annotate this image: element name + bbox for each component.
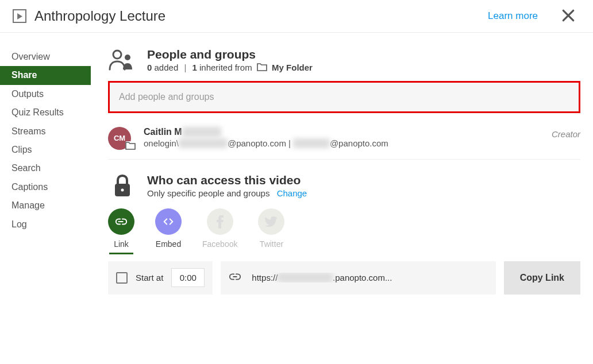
share-tab-label: Twitter xyxy=(260,239,283,249)
video-play-icon xyxy=(13,9,26,23)
add-people-highlight: Add people and groups xyxy=(108,81,580,113)
svg-point-0 xyxy=(113,51,121,59)
avatar-initials: CM xyxy=(114,134,125,142)
user-role: Creator xyxy=(552,127,580,139)
sidebar-item-log[interactable]: Log xyxy=(0,215,91,234)
share-url-box: https://█████████.panopto.com... xyxy=(221,261,495,295)
share-tab-facebook[interactable]: Facebook xyxy=(202,208,237,249)
lock-icon xyxy=(108,173,137,198)
sidebar-item-manage[interactable]: Manage xyxy=(0,196,91,215)
share-tab-label: Link xyxy=(114,239,129,249)
sidebar: Overview Share Outputs Quiz Results Stre… xyxy=(0,33,91,317)
user-info: Caitlin M██████ onelogin\████████@panopt… xyxy=(144,127,388,148)
inherited-label: inherited from xyxy=(197,63,252,72)
sidebar-item-share[interactable]: Share xyxy=(0,66,91,84)
start-at-time-input[interactable]: 0:00 xyxy=(171,268,205,287)
main-content: People and groups 0 added | 1 inherited … xyxy=(91,33,593,317)
page-title: Anthropology Lecture xyxy=(34,8,165,24)
sidebar-item-streams[interactable]: Streams xyxy=(0,122,91,141)
link-chain-icon xyxy=(229,270,241,285)
access-section-subtitle: Only specific people and groups Change xyxy=(147,188,307,198)
share-tab-label: Facebook xyxy=(202,239,237,249)
sidebar-item-outputs[interactable]: Outputs xyxy=(0,85,91,103)
start-at-box: Start at 0:00 xyxy=(108,261,213,295)
separator: | xyxy=(184,63,186,72)
user-name-redacted: ██████ xyxy=(182,127,221,137)
svg-point-3 xyxy=(121,188,124,191)
twitter-icon xyxy=(258,208,284,235)
link-icon xyxy=(108,208,134,235)
inherited-folder-name[interactable]: My Folder xyxy=(272,63,313,72)
user-row: CM Caitlin M██████ onelogin\████████@pan… xyxy=(108,125,580,160)
start-at-label: Start at xyxy=(136,273,163,282)
sidebar-item-captions[interactable]: Captions xyxy=(0,178,91,196)
share-tab-twitter[interactable]: Twitter xyxy=(258,208,284,249)
link-row: Start at 0:00 https://█████████.panopto.… xyxy=(108,261,580,295)
close-button[interactable] xyxy=(561,8,577,24)
people-section-subtitle: 0 added | 1 inherited from My Folder xyxy=(147,63,313,73)
avatar: CM xyxy=(108,127,131,150)
share-tab-embed[interactable]: Embed xyxy=(155,208,182,249)
sidebar-item-clips[interactable]: Clips xyxy=(0,141,91,159)
people-icon xyxy=(108,48,137,71)
access-section-header: Who can access this video Only specific … xyxy=(108,173,580,198)
inherited-folder-badge-icon xyxy=(125,141,136,152)
access-section-title: Who can access this video xyxy=(147,173,307,187)
sidebar-item-search[interactable]: Search xyxy=(0,159,91,177)
added-label: added xyxy=(152,63,178,72)
inherited-count: 1 xyxy=(192,63,197,72)
add-people-input[interactable]: Add people and groups xyxy=(110,83,579,111)
share-url-text[interactable]: https://█████████.panopto.com... xyxy=(252,273,392,282)
share-tab-label: Embed xyxy=(156,239,181,249)
embed-icon xyxy=(155,208,182,235)
user-name: Caitlin M xyxy=(144,127,182,137)
svg-point-1 xyxy=(125,55,130,60)
learn-more-link[interactable]: Learn more xyxy=(488,10,538,22)
dialog-header: Anthropology Lecture Learn more xyxy=(0,0,593,33)
start-at-checkbox[interactable] xyxy=(116,272,128,284)
user-details: onelogin\████████@panopto.com | ██████@p… xyxy=(144,138,388,148)
sidebar-item-quiz-results[interactable]: Quiz Results xyxy=(0,103,91,122)
facebook-icon xyxy=(207,208,233,235)
people-section-header: People and groups 0 added | 1 inherited … xyxy=(108,48,580,73)
sidebar-item-overview[interactable]: Overview xyxy=(0,48,91,66)
change-access-link[interactable]: Change xyxy=(277,188,307,198)
folder-icon xyxy=(257,63,267,73)
share-tabs: Link Embed Facebook xyxy=(108,208,580,249)
share-tab-link[interactable]: Link xyxy=(108,208,134,249)
copy-link-button[interactable]: Copy Link xyxy=(504,261,580,295)
people-section-title: People and groups xyxy=(147,48,313,61)
